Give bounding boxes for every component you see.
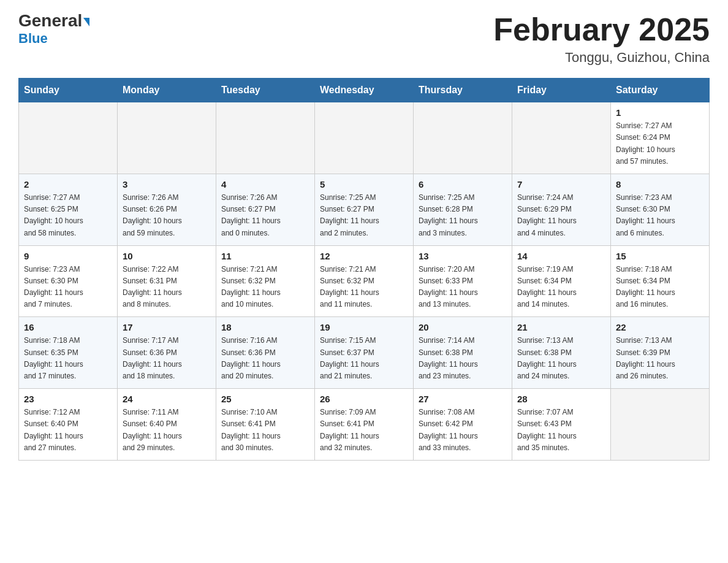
day-cell: 13Sunrise: 7:20 AMSunset: 6:33 PMDayligh… (414, 245, 512, 317)
day-info: Sunrise: 7:26 AMSunset: 6:26 PMDaylight:… (123, 192, 211, 239)
day-cell: 20Sunrise: 7:14 AMSunset: 6:38 PMDayligh… (414, 317, 512, 389)
day-cell (414, 102, 512, 174)
day-cell: 16Sunrise: 7:18 AMSunset: 6:35 PMDayligh… (19, 317, 118, 389)
day-number: 15 (616, 251, 704, 261)
header-row: SundayMondayTuesdayWednesdayThursdayFrid… (19, 79, 710, 102)
day-cell: 14Sunrise: 7:19 AMSunset: 6:34 PMDayligh… (512, 245, 611, 317)
day-cell: 21Sunrise: 7:13 AMSunset: 6:38 PMDayligh… (512, 317, 611, 389)
day-info: Sunrise: 7:27 AMSunset: 6:25 PMDaylight:… (24, 192, 112, 239)
day-number: 8 (616, 179, 704, 190)
col-header-thursday: Thursday (414, 79, 512, 102)
day-cell: 3Sunrise: 7:26 AMSunset: 6:26 PMDaylight… (118, 174, 216, 245)
day-number: 10 (123, 251, 211, 261)
day-number: 9 (24, 251, 112, 261)
day-cell (512, 102, 611, 174)
logo-triangle-icon (83, 18, 89, 26)
week-row-2: 2Sunrise: 7:27 AMSunset: 6:25 PMDaylight… (19, 174, 710, 245)
day-cell: 25Sunrise: 7:10 AMSunset: 6:41 PMDayligh… (216, 389, 315, 461)
day-cell: 12Sunrise: 7:21 AMSunset: 6:32 PMDayligh… (315, 245, 414, 317)
day-number: 2 (24, 179, 112, 190)
day-cell: 18Sunrise: 7:16 AMSunset: 6:36 PMDayligh… (216, 317, 315, 389)
day-number: 16 (24, 322, 112, 332)
day-number: 18 (221, 322, 309, 332)
day-cell (216, 102, 315, 174)
day-info: Sunrise: 7:23 AMSunset: 6:30 PMDaylight:… (24, 264, 112, 311)
day-info: Sunrise: 7:21 AMSunset: 6:32 PMDaylight:… (320, 264, 408, 311)
day-cell: 19Sunrise: 7:15 AMSunset: 6:37 PMDayligh… (315, 317, 414, 389)
day-info: Sunrise: 7:21 AMSunset: 6:32 PMDaylight:… (221, 264, 309, 311)
day-cell: 7Sunrise: 7:24 AMSunset: 6:29 PMDaylight… (512, 174, 611, 245)
week-row-3: 9Sunrise: 7:23 AMSunset: 6:30 PMDaylight… (19, 245, 710, 317)
col-header-wednesday: Wednesday (315, 79, 414, 102)
day-info: Sunrise: 7:12 AMSunset: 6:40 PMDaylight:… (24, 407, 112, 454)
day-number: 20 (419, 322, 507, 332)
day-cell: 22Sunrise: 7:13 AMSunset: 6:39 PMDayligh… (611, 317, 710, 389)
day-info: Sunrise: 7:17 AMSunset: 6:36 PMDaylight:… (123, 335, 211, 382)
day-cell: 15Sunrise: 7:18 AMSunset: 6:34 PMDayligh… (611, 245, 710, 317)
day-cell: 1Sunrise: 7:27 AMSunset: 6:24 PMDaylight… (611, 102, 710, 174)
col-header-tuesday: Tuesday (216, 79, 315, 102)
day-info: Sunrise: 7:23 AMSunset: 6:30 PMDaylight:… (616, 192, 704, 239)
day-cell: 2Sunrise: 7:27 AMSunset: 6:25 PMDaylight… (19, 174, 118, 245)
day-info: Sunrise: 7:14 AMSunset: 6:38 PMDaylight:… (419, 335, 507, 382)
day-number: 12 (320, 251, 408, 261)
day-number: 11 (221, 251, 309, 261)
day-number: 7 (517, 179, 605, 190)
day-cell: 10Sunrise: 7:22 AMSunset: 6:31 PMDayligh… (118, 245, 216, 317)
day-info: Sunrise: 7:22 AMSunset: 6:31 PMDaylight:… (123, 264, 211, 311)
day-info: Sunrise: 7:24 AMSunset: 6:29 PMDaylight:… (517, 192, 605, 239)
day-number: 26 (320, 394, 408, 404)
day-number: 13 (419, 251, 507, 261)
day-number: 4 (221, 179, 309, 190)
day-cell: 23Sunrise: 7:12 AMSunset: 6:40 PMDayligh… (19, 389, 118, 461)
day-number: 19 (320, 322, 408, 332)
day-cell (611, 389, 710, 461)
calendar-table: SundayMondayTuesdayWednesdayThursdayFrid… (18, 78, 710, 461)
day-info: Sunrise: 7:07 AMSunset: 6:43 PMDaylight:… (517, 407, 605, 454)
day-cell: 26Sunrise: 7:09 AMSunset: 6:41 PMDayligh… (315, 389, 414, 461)
week-row-5: 23Sunrise: 7:12 AMSunset: 6:40 PMDayligh… (19, 389, 710, 461)
day-cell: 8Sunrise: 7:23 AMSunset: 6:30 PMDaylight… (611, 174, 710, 245)
day-cell (19, 102, 118, 174)
day-cell: 17Sunrise: 7:17 AMSunset: 6:36 PMDayligh… (118, 317, 216, 389)
day-cell: 11Sunrise: 7:21 AMSunset: 6:32 PMDayligh… (216, 245, 315, 317)
col-header-friday: Friday (512, 79, 611, 102)
day-info: Sunrise: 7:13 AMSunset: 6:39 PMDaylight:… (616, 335, 704, 382)
day-info: Sunrise: 7:18 AMSunset: 6:34 PMDaylight:… (616, 264, 704, 311)
day-info: Sunrise: 7:25 AMSunset: 6:28 PMDaylight:… (419, 192, 507, 239)
title-block: February 2025 Tonggu, Guizhou, China (493, 12, 710, 66)
day-info: Sunrise: 7:10 AMSunset: 6:41 PMDaylight:… (221, 407, 309, 454)
day-number: 3 (123, 179, 211, 190)
location-title: Tonggu, Guizhou, China (493, 50, 710, 66)
logo: General Blue (18, 12, 89, 47)
day-info: Sunrise: 7:20 AMSunset: 6:33 PMDaylight:… (419, 264, 507, 311)
day-info: Sunrise: 7:18 AMSunset: 6:35 PMDaylight:… (24, 335, 112, 382)
day-number: 17 (123, 322, 211, 332)
day-number: 6 (419, 179, 507, 190)
page-header: General Blue February 2025 Tonggu, Guizh… (18, 12, 710, 66)
day-number: 5 (320, 179, 408, 190)
day-cell (118, 102, 216, 174)
day-info: Sunrise: 7:19 AMSunset: 6:34 PMDaylight:… (517, 264, 605, 311)
day-cell: 9Sunrise: 7:23 AMSunset: 6:30 PMDaylight… (19, 245, 118, 317)
day-number: 22 (616, 322, 704, 332)
day-info: Sunrise: 7:15 AMSunset: 6:37 PMDaylight:… (320, 335, 408, 382)
day-info: Sunrise: 7:16 AMSunset: 6:36 PMDaylight:… (221, 335, 309, 382)
day-info: Sunrise: 7:13 AMSunset: 6:38 PMDaylight:… (517, 335, 605, 382)
day-info: Sunrise: 7:09 AMSunset: 6:41 PMDaylight:… (320, 407, 408, 454)
day-number: 25 (221, 394, 309, 404)
day-cell: 24Sunrise: 7:11 AMSunset: 6:40 PMDayligh… (118, 389, 216, 461)
week-row-4: 16Sunrise: 7:18 AMSunset: 6:35 PMDayligh… (19, 317, 710, 389)
day-info: Sunrise: 7:25 AMSunset: 6:27 PMDaylight:… (320, 192, 408, 239)
logo-general: General (18, 12, 89, 29)
day-number: 21 (517, 322, 605, 332)
col-header-monday: Monday (118, 79, 216, 102)
day-info: Sunrise: 7:11 AMSunset: 6:40 PMDaylight:… (123, 407, 211, 454)
day-number: 24 (123, 394, 211, 404)
day-info: Sunrise: 7:26 AMSunset: 6:27 PMDaylight:… (221, 192, 309, 239)
week-row-1: 1Sunrise: 7:27 AMSunset: 6:24 PMDaylight… (19, 102, 710, 174)
day-cell: 4Sunrise: 7:26 AMSunset: 6:27 PMDaylight… (216, 174, 315, 245)
day-number: 28 (517, 394, 605, 404)
day-number: 23 (24, 394, 112, 404)
day-cell (315, 102, 414, 174)
